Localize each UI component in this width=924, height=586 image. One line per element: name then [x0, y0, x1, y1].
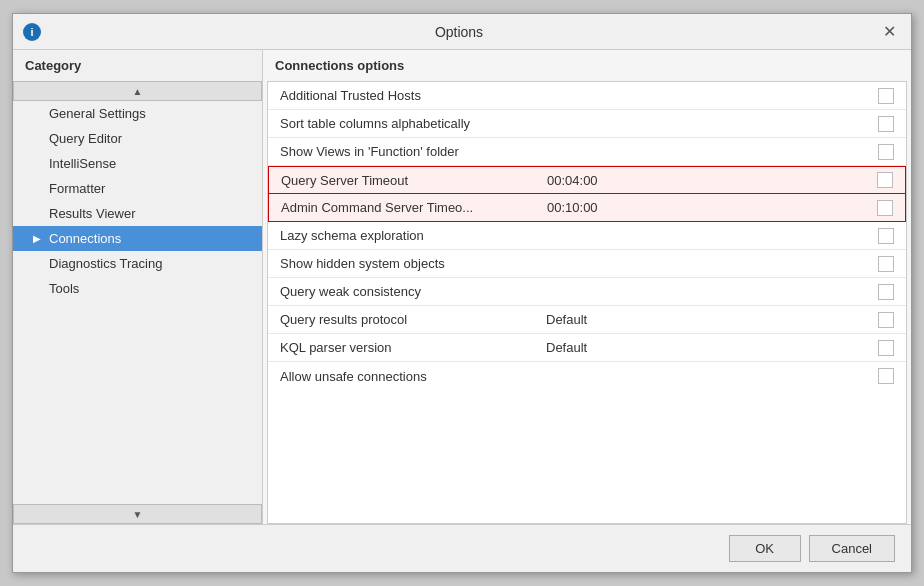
- option-row-allow-unsafe[interactable]: Allow unsafe connections: [268, 362, 906, 390]
- ok-button[interactable]: OK: [729, 535, 801, 562]
- sidebar-header: Category: [13, 50, 262, 81]
- option-row-query-results-protocol[interactable]: Query results protocolDefault: [268, 306, 906, 334]
- option-name: Allow unsafe connections: [272, 369, 542, 384]
- sidebar-item-query-editor[interactable]: Query Editor: [13, 126, 262, 151]
- sidebar-scroll-down[interactable]: ▼: [13, 504, 262, 524]
- option-name: Query Server Timeout: [273, 173, 543, 188]
- option-value: Default: [542, 312, 878, 327]
- option-value: Default: [542, 340, 878, 355]
- sidebar-list: General SettingsQuery EditorIntelliSense…: [13, 101, 262, 504]
- sidebar-item-formatter[interactable]: Formatter: [13, 176, 262, 201]
- option-checkbox[interactable]: [878, 228, 894, 244]
- dialog-content: Category ▲ General SettingsQuery EditorI…: [13, 50, 911, 524]
- sidebar-item-label: Diagnostics Tracing: [49, 256, 162, 271]
- options-table-wrapper: Additional Trusted HostsSort table colum…: [267, 81, 907, 524]
- option-name: Admin Command Server Timeo...: [273, 200, 543, 215]
- sidebar-item-label: Query Editor: [49, 131, 122, 146]
- option-value: 00:10:00: [543, 200, 877, 215]
- option-name: Additional Trusted Hosts: [272, 88, 542, 103]
- cancel-button[interactable]: Cancel: [809, 535, 895, 562]
- option-checkbox[interactable]: [877, 172, 893, 188]
- option-name: Lazy schema exploration: [272, 228, 542, 243]
- close-button[interactable]: ✕: [877, 20, 901, 44]
- sidebar-item-diagnostics-tracing[interactable]: Diagnostics Tracing: [13, 251, 262, 276]
- option-checkbox[interactable]: [878, 256, 894, 272]
- title-bar: i Options ✕: [13, 14, 911, 50]
- option-row-show-views[interactable]: Show Views in 'Function' folder: [268, 138, 906, 166]
- option-name: Query weak consistency: [272, 284, 542, 299]
- option-row-show-hidden-system[interactable]: Show hidden system objects: [268, 250, 906, 278]
- option-value: 00:04:00: [543, 173, 877, 188]
- option-checkbox[interactable]: [878, 312, 894, 328]
- option-checkbox[interactable]: [878, 116, 894, 132]
- main-header: Connections options: [263, 50, 911, 81]
- option-name: KQL parser version: [272, 340, 542, 355]
- sidebar-item-results-viewer[interactable]: Results Viewer: [13, 201, 262, 226]
- option-row-kql-parser[interactable]: KQL parser versionDefault: [268, 334, 906, 362]
- main-panel: Connections options Additional Trusted H…: [263, 50, 911, 524]
- option-name: Show hidden system objects: [272, 256, 542, 271]
- option-checkbox[interactable]: [878, 368, 894, 384]
- sidebar-scroll-up[interactable]: ▲: [13, 81, 262, 101]
- option-row-sort-table-columns[interactable]: Sort table columns alphabetically: [268, 110, 906, 138]
- dialog-title: Options: [435, 24, 483, 40]
- option-row-additional-trusted-hosts[interactable]: Additional Trusted Hosts: [268, 82, 906, 110]
- option-row-admin-command-server-timeout[interactable]: Admin Command Server Timeo...00:10:00: [268, 194, 906, 222]
- sidebar-scroll: ▲ General SettingsQuery EditorIntelliSen…: [13, 81, 262, 524]
- sidebar: Category ▲ General SettingsQuery EditorI…: [13, 50, 263, 524]
- sidebar-item-label: Formatter: [49, 181, 105, 196]
- sidebar-item-tools[interactable]: Tools: [13, 276, 262, 301]
- sidebar-item-general-settings[interactable]: General Settings: [13, 101, 262, 126]
- options-table: Additional Trusted HostsSort table colum…: [267, 81, 907, 524]
- option-row-query-weak[interactable]: Query weak consistency: [268, 278, 906, 306]
- option-row-lazy-schema[interactable]: Lazy schema exploration: [268, 222, 906, 250]
- options-dialog: i Options ✕ Category ▲ General SettingsQ…: [12, 13, 912, 573]
- option-checkbox[interactable]: [877, 200, 893, 216]
- info-icon: i: [23, 23, 41, 41]
- sidebar-item-label: Results Viewer: [49, 206, 135, 221]
- option-checkbox[interactable]: [878, 88, 894, 104]
- option-checkbox[interactable]: [878, 340, 894, 356]
- sidebar-item-label: General Settings: [49, 106, 146, 121]
- sidebar-item-label: Tools: [49, 281, 79, 296]
- option-name: Show Views in 'Function' folder: [272, 144, 542, 159]
- option-checkbox[interactable]: [878, 144, 894, 160]
- option-checkbox[interactable]: [878, 284, 894, 300]
- sidebar-arrow: ▶: [33, 233, 45, 244]
- dialog-footer: OK Cancel: [13, 524, 911, 572]
- sidebar-item-label: IntelliSense: [49, 156, 116, 171]
- sidebar-item-label: Connections: [49, 231, 121, 246]
- option-name: Sort table columns alphabetically: [272, 116, 542, 131]
- sidebar-item-intellisense[interactable]: IntelliSense: [13, 151, 262, 176]
- option-name: Query results protocol: [272, 312, 542, 327]
- option-row-query-server-timeout[interactable]: Query Server Timeout00:04:00: [268, 166, 906, 194]
- sidebar-item-connections[interactable]: ▶Connections: [13, 226, 262, 251]
